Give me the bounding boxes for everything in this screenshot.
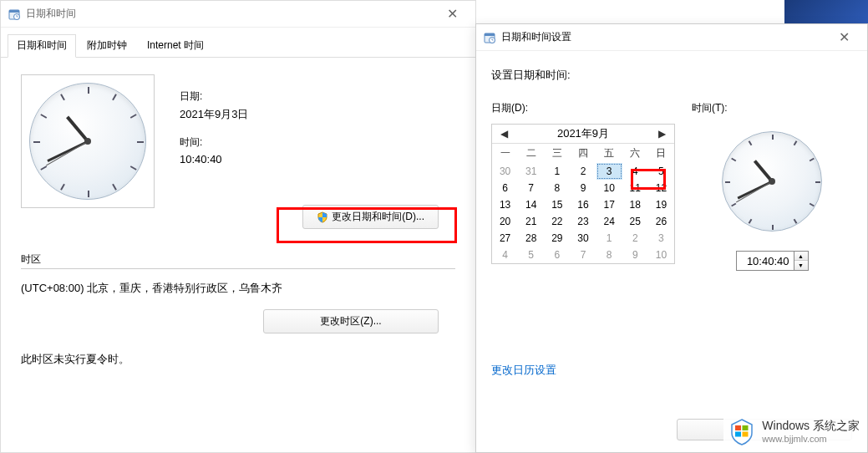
svg-rect-9: [743, 432, 749, 437]
tab-additional-clocks[interactable]: 附加时钟: [78, 34, 136, 57]
highlight-change-datetime: [277, 207, 457, 243]
date-label: 日期:: [180, 89, 248, 104]
calendar-day[interactable]: 6: [492, 180, 518, 196]
calendar-day[interactable]: 8: [596, 247, 622, 263]
calendar-month-label[interactable]: 2021年9月: [557, 126, 609, 141]
settings-titlebar: 日期和时间设置 ✕: [476, 24, 867, 51]
dst-note: 此时区未实行夏令时。: [21, 352, 455, 367]
time-input[interactable]: [736, 251, 794, 271]
calendar-day[interactable]: 30: [570, 230, 596, 247]
titlebar: 日期和时间 ✕: [1, 1, 475, 28]
calendar-day[interactable]: 24: [596, 213, 622, 230]
calendar-day[interactable]: 26: [648, 213, 674, 230]
calendar-day[interactable]: 9: [570, 180, 596, 196]
calendar-day[interactable]: 30: [492, 163, 518, 180]
timezone-heading: 时区: [21, 252, 455, 267]
calendar-day[interactable]: 5: [518, 247, 544, 263]
calendar-day[interactable]: 2: [570, 163, 596, 180]
close-button[interactable]: ✕: [435, 3, 469, 26]
calendar-day[interactable]: 16: [570, 196, 596, 213]
watermark-line1: Windows 系统之家: [762, 419, 860, 434]
calendar-day[interactable]: 25: [622, 213, 648, 230]
calendar-day[interactable]: 7: [570, 247, 596, 263]
calendar-day[interactable]: 29: [544, 230, 570, 247]
calendar-weekday: 四: [570, 144, 596, 163]
calendar-weekday: 二: [518, 144, 544, 163]
calendar-day[interactable]: 19: [648, 196, 674, 213]
analog-clock: [21, 74, 155, 208]
watermark-line2: www.bjjmlv.com: [762, 434, 860, 444]
settings-analog-clock: [718, 127, 826, 236]
calendar-day[interactable]: 18: [622, 196, 648, 213]
calendar-next-button[interactable]: ▶: [653, 126, 671, 141]
change-timezone-button[interactable]: 更改时区(Z)...: [263, 309, 439, 333]
date-time-icon: [483, 31, 496, 44]
timezone-value: (UTC+08:00) 北京，重庆，香港特别行政区，乌鲁木齐: [21, 281, 455, 296]
time-value: 10:40:40: [180, 153, 248, 165]
settings-heading: 设置日期和时间:: [491, 68, 852, 83]
tabs: 日期和时间 附加时钟 Internet 时间: [1, 28, 475, 58]
time-spinner-down[interactable]: ▼: [794, 261, 808, 270]
calendar-day[interactable]: 7: [518, 180, 544, 196]
date-time-icon: [8, 8, 21, 21]
calendar-day[interactable]: 8: [544, 180, 570, 196]
calendar-weekday: 三: [544, 144, 570, 163]
highlight-calendar-cell: [631, 169, 666, 190]
calendar-day[interactable]: 22: [544, 213, 570, 230]
svg-rect-8: [735, 432, 741, 437]
date-col-label: 日期(D):: [491, 101, 675, 115]
calendar-day[interactable]: 27: [492, 230, 518, 247]
calendar-day[interactable]: 10: [648, 247, 674, 263]
calendar-day[interactable]: 1: [544, 163, 570, 180]
calendar-prev-button[interactable]: ◀: [495, 126, 513, 141]
calendar-weekday: 一: [492, 144, 518, 163]
calendar-day[interactable]: 31: [518, 163, 544, 180]
calendar-day[interactable]: 14: [518, 196, 544, 213]
time-spinner-up[interactable]: ▲: [794, 252, 808, 261]
date-value: 2021年9月3日: [180, 107, 248, 122]
window-title: 日期和时间: [26, 7, 435, 21]
watermark-logo-icon: [727, 416, 757, 446]
calendar: ◀ 2021年9月 ▶ 一二三四五六日303112345678910111213…: [491, 124, 675, 264]
calendar-day[interactable]: 17: [596, 196, 622, 213]
settings-window-title: 日期和时间设置: [501, 30, 827, 44]
calendar-day[interactable]: 6: [544, 247, 570, 263]
calendar-day[interactable]: 28: [518, 230, 544, 247]
calendar-day[interactable]: 13: [492, 196, 518, 213]
calendar-day[interactable]: 1: [596, 230, 622, 247]
calendar-weekday: 六: [622, 144, 648, 163]
date-time-window: 日期和时间 ✕ 日期和时间 附加时钟 Internet 时间: [0, 0, 476, 453]
calendar-day[interactable]: 20: [492, 213, 518, 230]
calendar-weekday: 五: [596, 144, 622, 163]
calendar-day[interactable]: 3: [596, 163, 622, 180]
calendar-day[interactable]: 4: [492, 247, 518, 263]
calendar-weekday: 日: [648, 144, 674, 163]
calendar-day[interactable]: 21: [518, 213, 544, 230]
divider: [21, 268, 455, 269]
time-col-label: 时间(T):: [692, 101, 728, 115]
tab-datetime[interactable]: 日期和时间: [8, 34, 76, 58]
settings-close-button[interactable]: ✕: [827, 26, 860, 49]
time-spinner: ▲ ▼: [794, 251, 809, 271]
time-label: 时间:: [180, 135, 248, 150]
calendar-day[interactable]: 2: [622, 230, 648, 247]
calendar-settings-link[interactable]: 更改日历设置: [491, 363, 556, 378]
svg-rect-7: [743, 425, 749, 430]
svg-rect-4: [485, 33, 495, 36]
calendar-day[interactable]: 3: [648, 230, 674, 247]
calendar-day[interactable]: 10: [596, 180, 622, 196]
calendar-day[interactable]: 23: [570, 213, 596, 230]
svg-rect-1: [9, 10, 19, 13]
svg-rect-6: [735, 425, 741, 430]
calendar-day[interactable]: 9: [622, 247, 648, 263]
calendar-day[interactable]: 15: [544, 196, 570, 213]
watermark: Windows 系统之家 www.bjjmlv.com: [723, 413, 863, 450]
tab-internet-time[interactable]: Internet 时间: [138, 34, 213, 57]
datetime-settings-window: 日期和时间设置 ✕ 设置日期和时间: 日期(D): ◀ 2021年9月 ▶ 一二…: [475, 23, 868, 453]
